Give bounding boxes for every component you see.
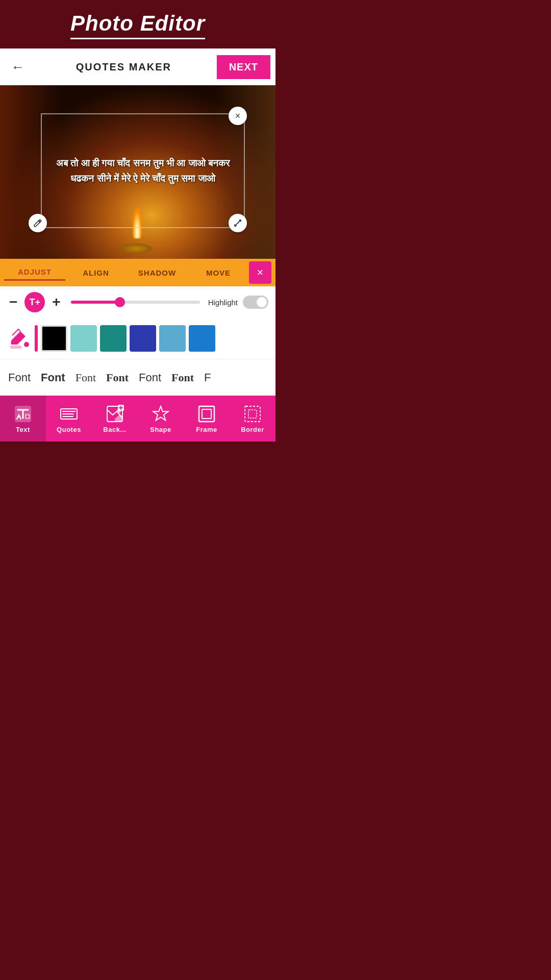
back-button[interactable]: ← (5, 54, 31, 80)
close-handle[interactable]: × (229, 107, 247, 125)
text-icon (13, 404, 33, 424)
svg-rect-11 (245, 406, 260, 422)
quotes-icon: " (59, 404, 79, 424)
text-size-icon[interactable]: T+ (24, 292, 45, 312)
nav-label-text: Text (16, 426, 30, 433)
svg-rect-1 (10, 346, 21, 349)
color-swatch-navy[interactable] (130, 325, 156, 352)
decrease-size-button[interactable]: − (7, 294, 19, 310)
tab-move[interactable]: MOVE (188, 265, 249, 280)
resize-handle[interactable] (229, 214, 247, 232)
background-icon (105, 404, 124, 424)
shape-icon (151, 404, 170, 424)
color-swatch-sky-blue[interactable] (159, 325, 186, 352)
nav-label-quotes: Quotes (57, 426, 81, 433)
font-sample-4[interactable]: Font (103, 370, 132, 385)
tab-align[interactable]: ALIGN (65, 265, 127, 280)
border-icon (243, 404, 262, 424)
tab-adjust[interactable]: ADJUST (4, 264, 65, 281)
font-sample-5[interactable]: Font (136, 370, 164, 385)
increase-size-button[interactable]: + (50, 294, 62, 310)
slider-thumb[interactable] (115, 297, 125, 307)
nav-item-frame[interactable]: Frame (184, 396, 230, 442)
color-selected-indicator (35, 325, 38, 352)
svg-point-0 (24, 342, 29, 347)
font-sample-7[interactable]: F (201, 370, 214, 385)
nav-label-shape: Shape (150, 426, 171, 433)
color-swatch-teal-dark[interactable] (100, 325, 127, 352)
svg-text:": " (72, 413, 74, 419)
highlight-toggle[interactable] (243, 296, 268, 309)
nav-label-background: Back... (103, 426, 126, 433)
svg-rect-9 (199, 406, 214, 422)
nav-title: QUOTES MAKER (31, 61, 217, 73)
nav-item-border[interactable]: Border (230, 396, 276, 442)
diya-base (121, 243, 152, 254)
toolbar-close-button[interactable]: × (249, 261, 271, 284)
app-title: Photo Editor (70, 11, 205, 39)
color-swatch-teal-light[interactable] (70, 325, 97, 352)
color-row (0, 318, 276, 359)
svg-rect-12 (248, 410, 257, 418)
nav-item-shape[interactable]: Shape (138, 396, 184, 442)
font-sample-6[interactable]: Font (168, 370, 197, 385)
tab-shadow[interactable]: SHADOW (127, 265, 188, 280)
nav-item-text[interactable]: Text (0, 396, 46, 442)
nav-label-frame: Frame (196, 426, 217, 433)
svg-rect-10 (202, 409, 211, 419)
frame-icon (197, 404, 216, 424)
toolbar-tabs: ADJUST ALIGN SHADOW MOVE × (0, 259, 276, 286)
nav-item-background[interactable]: Back... (92, 396, 138, 442)
text-overlay-box[interactable]: अब तो आ ही गया चाँद सनम तुम भी आ जाओ बनक… (41, 113, 245, 228)
nav-bar: ← QUOTES MAKER NEXT (0, 48, 276, 85)
font-row: Font Font Font Font Font Font F (0, 359, 276, 396)
next-button[interactable]: NEXT (217, 55, 270, 79)
font-sample-3[interactable]: Font (72, 370, 99, 385)
app-header: Photo Editor (0, 0, 276, 48)
nav-item-quotes[interactable]: " Quotes (46, 396, 92, 442)
edit-handle[interactable] (29, 214, 47, 232)
color-fill-button[interactable] (5, 325, 32, 352)
opacity-slider[interactable] (71, 301, 200, 304)
nav-label-border: Border (241, 426, 264, 433)
toggle-thumb (257, 297, 267, 307)
color-swatch-blue[interactable] (189, 325, 215, 352)
quote-text: अब तो आ ही गया चाँद सनम तुम भी आ जाओ बनक… (42, 152, 244, 190)
font-sample-1[interactable]: Font (5, 370, 34, 385)
color-swatch-black[interactable] (41, 325, 67, 352)
controls-row: − T+ + Highlight (0, 286, 276, 318)
font-sample-2[interactable]: Font (38, 370, 68, 385)
image-area: अब तो आ ही गया चाँद सनम तुम भी आ जाओ बनक… (0, 85, 276, 259)
highlight-label: Highlight (208, 298, 238, 307)
bottom-nav: Text " Quotes Back... (0, 396, 276, 442)
